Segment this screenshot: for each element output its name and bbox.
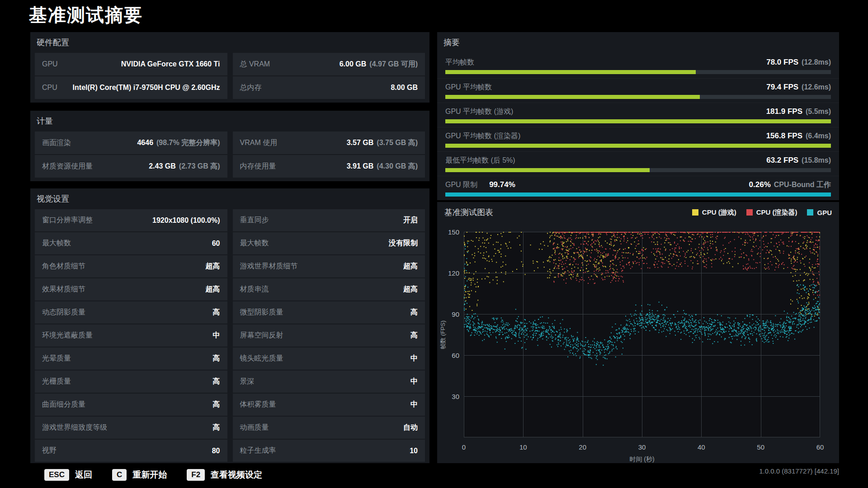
summary-bar — [445, 168, 831, 172]
setting-cell: 材质串流超高 — [233, 278, 425, 300]
setting-value: 高 — [410, 331, 418, 340]
setting-cell: 景深中 — [233, 371, 425, 393]
setting-label: 动画质量 — [240, 423, 269, 432]
setting-label: 游戏世界材质细节 — [240, 262, 298, 271]
summary-row-right: 156.8 FPS(6.4ms) — [766, 131, 831, 141]
setting-value: 高 — [213, 423, 220, 432]
summary-row-line: 最低平均帧数 (后 5%)63.2 FPS(15.8ms) — [445, 156, 831, 165]
key-hint[interactable]: F2查看视频设定 — [187, 469, 262, 481]
setting-value-group: 没有限制 — [389, 239, 418, 248]
setting-label: 窗口分辨率调整 — [42, 216, 93, 225]
setting-value-group: 超高 — [206, 262, 220, 271]
setting-label: 最大帧数 — [240, 239, 269, 248]
setting-value-group: NVIDIA GeForce GTX 1660 Ti — [121, 60, 220, 68]
setting-value-group: 2.43 GB(2.73 GB 高) — [149, 162, 220, 171]
setting-value-group: 高 — [213, 377, 220, 386]
y-tick-label: 60 — [452, 352, 459, 359]
key-esc[interactable]: ESC — [44, 469, 69, 481]
summary-row: 平均帧数78.0 FPS(12.8ms) — [437, 54, 839, 78]
setting-label: 内存使用量 — [240, 162, 276, 171]
x-tick-label: 0 — [462, 443, 466, 451]
setting-value-group: 超高 — [403, 285, 418, 294]
setting-label: VRAM 使用 — [240, 138, 278, 148]
key-f2[interactable]: F2 — [187, 469, 205, 481]
setting-value: 3.91 GB — [347, 162, 374, 170]
setting-cell: 环境光遮蔽质量中 — [35, 324, 227, 347]
setting-value: 超高 — [403, 262, 418, 271]
setting-value-group: 自动 — [403, 423, 418, 432]
summary-row-right: 63.2 FPS(15.8ms) — [766, 156, 831, 165]
visual-settings-panel: 视觉设置 窗口分辨率调整1920x1080 (100.0%)垂直同步开启最大帧数… — [30, 188, 429, 463]
legend-label: CPU (游戏) — [702, 208, 736, 217]
chart-body: 帧数 (FPS) 时间 (秒) 010203040506030609012015… — [437, 223, 839, 463]
setting-label: 粒子生成率 — [240, 446, 276, 455]
y-tick-label: 120 — [448, 269, 459, 277]
benchmark-summary-screen: 基准测试摘要 硬件配置 GPUNVIDIA GeForce GTX 1660 T… — [0, 0, 868, 488]
setting-cell: 视野80 — [35, 440, 227, 462]
summary-row-right: 181.9 FPS(5.5ms) — [766, 107, 831, 116]
setting-label: CPU — [42, 84, 57, 92]
setting-label: 总 VRAM — [240, 60, 270, 69]
setting-value: 中 — [213, 331, 220, 340]
key-hint[interactable]: C重新开始 — [112, 469, 167, 481]
setting-value: 868x488 (100.0%) — [152, 216, 220, 225]
metrics-panel: 计量 画面渲染4646(98.7% 完整分辨率)VRAM 使用3.57 GB(3… — [30, 111, 429, 181]
setting-cell: 光晕质量高 — [35, 347, 227, 370]
setting-value-group: 高 — [213, 354, 220, 363]
setting-note: (98.7% 完整分辨率) — [156, 138, 220, 148]
setting-label: 镜头眩光质量 — [240, 354, 283, 363]
summary-bar-fill — [445, 119, 831, 123]
summary-row-line: GPU 平均帧数 (游戏)181.9 FPS(5.5ms) — [445, 107, 831, 117]
key-hint-label: 返回 — [75, 469, 92, 481]
setting-value-group: 8.00 GB — [391, 84, 418, 92]
summary-value: 156.8 FPS — [766, 131, 802, 141]
setting-value: 高 — [213, 377, 220, 386]
summary-value-note: (12.8ms) — [802, 58, 831, 66]
summary-value-note: (12.6ms) — [802, 83, 831, 91]
setting-cell: 总内存8.00 GB — [233, 76, 425, 99]
setting-value-group: 开启 — [403, 216, 418, 225]
setting-value-group: 中 — [213, 331, 220, 340]
key-hint[interactable]: ESC返回 — [44, 469, 92, 481]
summary-value: 181.9 FPS — [766, 107, 802, 116]
summary-metric-label: GPU 平均帧数 (游戏) — [445, 107, 513, 117]
legend-swatch — [807, 209, 813, 216]
setting-value-group: 中 — [410, 354, 418, 363]
x-tick-label: 20 — [579, 443, 586, 451]
summary-row-left: GPU 平均帧数 (游戏) — [445, 107, 513, 117]
setting-cell: 垂直同步开启 — [233, 209, 425, 231]
setting-value-group: 高 — [410, 331, 418, 340]
setting-label: 视野 — [42, 446, 57, 455]
summary-row: GPU 限制99.74%0.26%CPU-Bound 工作 — [437, 176, 839, 200]
setting-label: 光晕质量 — [42, 354, 71, 363]
setting-label: 材质串流 — [240, 285, 269, 294]
summary-value-note: (15.8ms) — [802, 156, 831, 164]
benchmark-scatter-canvas — [464, 232, 820, 437]
setting-label: 环境光遮蔽质量 — [42, 331, 93, 340]
legend-item: GPU — [807, 209, 832, 216]
summary-value-note: (5.5ms) — [806, 108, 831, 116]
setting-cell: 光栅质量高 — [35, 371, 227, 393]
summary-row-right: 78.0 FPS(12.8ms) — [766, 58, 831, 67]
setting-value: 10 — [410, 447, 418, 455]
setting-label: 角色材质细节 — [42, 262, 85, 271]
setting-value: NVIDIA GeForce GTX 1660 Ti — [121, 60, 220, 68]
setting-cell: 角色材质细节超高 — [35, 255, 227, 277]
summary-row-right: 79.4 FPS(12.6ms) — [766, 83, 831, 92]
key-c[interactable]: C — [112, 469, 127, 481]
legend-swatch — [746, 209, 753, 216]
summary-value-note: (6.4ms) — [806, 132, 831, 140]
visual-settings-grid: 窗口分辨率调整1920x1080 (100.0%)垂直同步开启最大帧数60最大帧… — [30, 209, 429, 462]
summary-row-left: 平均帧数 — [445, 58, 474, 67]
setting-value: 高 — [213, 354, 220, 363]
setting-cell: 最大帧数没有限制 — [233, 232, 425, 254]
setting-label: 光栅质量 — [42, 377, 71, 386]
legend-label: CPU (渲染器) — [756, 208, 797, 217]
summary-row-left: GPU 平均帧数 (渲染器) — [445, 131, 520, 141]
setting-label: 垂直同步 — [240, 216, 269, 225]
setting-label: 材质资源使用量 — [42, 162, 93, 171]
summary-row-line: 平均帧数78.0 FPS(12.8ms) — [445, 58, 831, 67]
setting-note: (2.73 GB 高) — [179, 162, 220, 171]
setting-value-group: 高 — [213, 423, 220, 432]
x-tick-label: 40 — [698, 443, 705, 451]
